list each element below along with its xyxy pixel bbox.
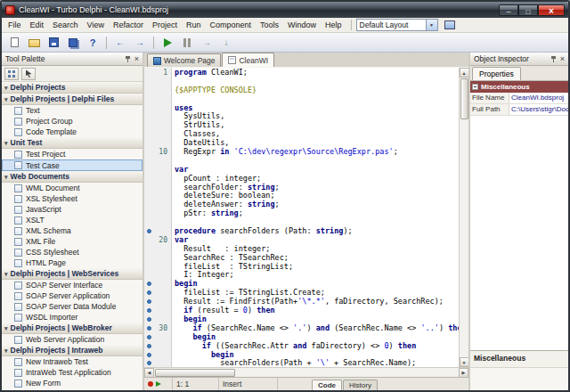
gutter-dot-column[interactable]: [144, 200, 153, 209]
palette-item[interactable]: XSLT: [2, 215, 142, 225]
menu-tools[interactable]: Tools: [256, 20, 283, 30]
undo-button[interactable]: [111, 35, 129, 51]
title-bar[interactable]: CleanWI - Turbo Delphi - CleanWI.bdsproj: [2, 2, 568, 18]
collapse-box-icon[interactable]: [472, 84, 478, 90]
palette-item[interactable]: Code Template: [2, 127, 142, 137]
palette-category[interactable]: Delphi Projects | Delphi Files: [2, 94, 142, 105]
palette-item[interactable]: HTML Page: [2, 257, 142, 268]
gutter-dot-column[interactable]: [144, 112, 153, 121]
gutter-dot-column[interactable]: [144, 184, 153, 192]
tab-cleanwi[interactable]: CleanWI: [222, 53, 274, 67]
tab-code[interactable]: Code: [312, 380, 342, 390]
menu-file[interactable]: File: [4, 20, 26, 30]
palette-item[interactable]: CSS Stylesheet: [2, 247, 142, 257]
tab-welcome-page[interactable]: Welcome Page: [147, 53, 221, 67]
menu-view[interactable]: View: [83, 20, 109, 30]
gutter-dot-column[interactable]: [144, 69, 153, 78]
gutter-dot-column[interactable]: [144, 342, 153, 351]
save-desktop-button[interactable]: [441, 18, 459, 32]
gutter-dot-column[interactable]: [144, 245, 153, 254]
palette-item[interactable]: XML File: [2, 236, 142, 247]
menu-project[interactable]: Project: [148, 20, 182, 30]
code-line[interactable]: [144, 157, 459, 166]
record-macro-icon[interactable]: [148, 381, 153, 387]
gutter-dot-column[interactable]: [144, 351, 153, 360]
gutter-dot-column[interactable]: [144, 306, 153, 315]
palette-view-button[interactable]: [4, 68, 19, 80]
gutter-dot-column[interactable]: [144, 121, 153, 130]
code-line[interactable]: pStr: string;: [144, 209, 459, 218]
gutter-dot-column[interactable]: [144, 192, 153, 200]
play-macro-icon[interactable]: [156, 381, 161, 387]
palette-category[interactable]: Delphi Projects | WebServices: [2, 268, 142, 280]
gutter-dot-column[interactable]: [144, 315, 153, 324]
close-button[interactable]: [538, 4, 565, 16]
menu-component[interactable]: Component: [205, 20, 256, 30]
palette-item[interactable]: XSL Stylesheet: [2, 193, 142, 204]
gutter-dot-column[interactable]: [144, 78, 153, 86]
palette-category[interactable]: Unit Test: [2, 137, 142, 149]
chevron-down-icon[interactable]: [426, 20, 437, 30]
palette-item[interactable]: Test Project: [2, 149, 142, 159]
run-button[interactable]: [159, 35, 176, 51]
gutter-dot-column[interactable]: [144, 359, 153, 367]
tab-history[interactable]: History: [343, 380, 378, 390]
close-panel-icon[interactable]: [560, 55, 565, 62]
step-over-button[interactable]: [198, 35, 216, 51]
gutter-dot-column[interactable]: [144, 324, 153, 333]
object-inspector-header[interactable]: Object Inspector: [470, 53, 568, 66]
palette-item[interactable]: XML Schema: [2, 225, 142, 236]
vertical-scrollbar-thumb[interactable]: [460, 78, 468, 119]
palette-item[interactable]: Project Group: [2, 116, 142, 127]
scroll-left-icon[interactable]: [144, 368, 154, 378]
palette-item[interactable]: WSDL Importer: [2, 312, 142, 323]
scroll-down-icon[interactable]: [460, 357, 469, 367]
palette-item[interactable]: Test Case: [2, 159, 142, 171]
code-area[interactable]: 1program CleanWI;{$APPTYPE CONSOLE}uses …: [144, 68, 459, 367]
tool-palette-header[interactable]: Tool Palette: [2, 53, 142, 66]
gutter-dot-column[interactable]: [144, 227, 153, 236]
code-line[interactable]: 1program CleanWI;: [144, 69, 459, 78]
menu-help[interactable]: Help: [321, 20, 346, 30]
open-file-button[interactable]: [25, 35, 43, 51]
gutter-dot-column[interactable]: [144, 209, 153, 218]
property-value[interactable]: CleanWI.bdsproj: [509, 93, 568, 103]
gutter-dot-column[interactable]: [144, 333, 153, 342]
gutter-dot-column[interactable]: [144, 130, 153, 139]
scroll-right-icon[interactable]: [459, 368, 468, 378]
trace-into-button[interactable]: [217, 35, 235, 51]
gutter-dot-column[interactable]: [144, 157, 153, 166]
vertical-scrollbar[interactable]: [459, 68, 468, 367]
horizontal-scrollbar-thumb[interactable]: [155, 369, 235, 377]
gutter-dot-column[interactable]: [144, 289, 153, 298]
palette-item[interactable]: SOAP Server Data Module: [2, 301, 142, 312]
code-line[interactable]: {$APPTYPE CONSOLE}: [144, 86, 459, 95]
gutter-dot-column[interactable]: [144, 104, 153, 113]
menu-window[interactable]: Window: [283, 20, 321, 30]
palette-item[interactable]: Web Server Application: [2, 334, 142, 345]
palette-item[interactable]: SOAP Server Application: [2, 290, 142, 301]
inspector-category-row[interactable]: Miscellaneous: [470, 81, 568, 93]
menu-edit[interactable]: Edit: [26, 20, 49, 30]
gutter-dot-column[interactable]: [144, 271, 153, 280]
gutter-dot-column[interactable]: [144, 148, 153, 157]
palette-item[interactable]: New Form: [2, 378, 142, 388]
menu-run[interactable]: Run: [182, 20, 206, 30]
palette-item[interactable]: Text: [2, 105, 142, 116]
palette-item[interactable]: JavaScript: [2, 204, 142, 215]
gutter-dot-column[interactable]: [144, 166, 153, 175]
scroll-up-icon[interactable]: [460, 68, 469, 78]
pause-button[interactable]: [178, 35, 196, 51]
maximize-button[interactable]: [518, 4, 538, 16]
palette-category[interactable]: Web Documents: [2, 171, 142, 183]
gutter-dot-column[interactable]: [144, 95, 153, 104]
gutter-dot-column[interactable]: [144, 86, 153, 95]
horizontal-scrollbar[interactable]: [144, 367, 468, 377]
palette-item[interactable]: WML Document: [2, 183, 142, 193]
palette-item[interactable]: SOAP Server Interface: [2, 280, 142, 290]
gutter-dot-column[interactable]: [144, 236, 153, 245]
palette-item[interactable]: New Intraweb Test: [2, 356, 142, 367]
gutter-dot-column[interactable]: [144, 254, 153, 263]
menu-search[interactable]: Search: [48, 20, 83, 30]
palette-category[interactable]: Delphi Projects: [2, 82, 142, 94]
